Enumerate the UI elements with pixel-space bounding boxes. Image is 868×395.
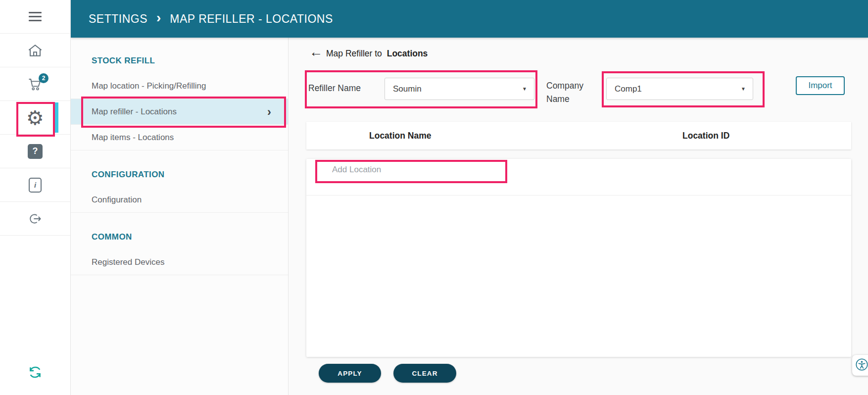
sidebar-item-map-location-picking-refilling[interactable]: Map location - Picking/Refilling: [71, 73, 288, 99]
clear-button[interactable]: CLEAR: [393, 364, 456, 383]
cart-badge: 2: [39, 73, 48, 83]
add-location-row: [306, 159, 851, 196]
back-arrow-button[interactable]: ←: [309, 46, 323, 59]
add-location-input[interactable]: [332, 165, 540, 175]
caret-down-icon: ▼: [522, 86, 527, 92]
sidebar-item-map-items-locations[interactable]: Map items - Locations: [71, 125, 288, 150]
refiller-name-select[interactable]: Soumin ▼: [385, 78, 534, 100]
company-name-select[interactable]: Comp1 ▼: [606, 78, 753, 100]
refiller-name-label: Refiller Name: [308, 83, 361, 94]
info-icon: i: [29, 178, 42, 193]
page-title: Map Refiller to Locations: [326, 49, 428, 59]
breadcrumb-current-page: MAP REFILLER - LOCATIONS: [170, 12, 333, 26]
sidebar-item-label: Registered Devices: [92, 257, 164, 267]
import-button[interactable]: Import: [796, 76, 845, 95]
page-title-prefix: Map Refiller to: [326, 49, 382, 58]
sidenav-section-configuration: CONFIGURATION: [71, 162, 288, 187]
home-icon: [27, 43, 43, 58]
sidebar-item-map-refiller-locations[interactable]: Map refiller - Locations ›: [71, 99, 288, 125]
apply-button[interactable]: APPLY: [319, 364, 381, 383]
sidebar-item-configuration[interactable]: Configuration: [71, 187, 288, 213]
company-name-value: Comp1: [615, 84, 642, 94]
top-header-bar: SETTINGS › MAP REFILLER - LOCATIONS: [71, 0, 868, 38]
sidenav-section-stock-refill: STOCK REFILL: [71, 49, 288, 73]
menu-icon: [29, 12, 42, 21]
sidebar-item-label: Map location - Picking/Refilling: [92, 81, 206, 91]
active-indicator: [54, 102, 58, 133]
column-header-location-id: Location ID: [682, 122, 729, 149]
chevron-right-icon: ›: [267, 106, 271, 118]
help-nav-button[interactable]: ?: [0, 135, 70, 168]
gear-icon: ⚙: [26, 108, 44, 128]
breadcrumb: SETTINGS › MAP REFILLER - LOCATIONS: [89, 12, 333, 26]
refiller-name-value: Soumin: [393, 84, 422, 94]
sidebar-item-label: Map refiller - Locations: [92, 107, 177, 117]
refresh-button[interactable]: [26, 363, 44, 383]
app-window: 2 ⚙ ? i: [0, 0, 868, 395]
accessibility-widget-button[interactable]: [852, 355, 868, 376]
refresh-icon: [26, 374, 44, 383]
sidebar-item-registered-devices[interactable]: Registered Devices: [71, 249, 288, 275]
chevron-right-icon: ›: [156, 11, 161, 25]
logout-nav-button[interactable]: [0, 202, 70, 236]
sidebar-item-label: Map items - Locations: [92, 133, 174, 143]
logout-icon: [28, 211, 43, 226]
help-icon: ?: [28, 144, 43, 159]
main-content: ← Map Refiller to Locations Refiller Nam…: [289, 38, 868, 395]
icon-rail: 2 ⚙ ? i: [0, 0, 71, 395]
locations-card: [306, 159, 851, 357]
locations-table-header: Location Name Location ID: [306, 122, 851, 149]
settings-sidenav: STOCK REFILL Map location - Picking/Refi…: [71, 38, 289, 395]
sidenav-section-common: COMMON: [71, 225, 288, 249]
company-name-label: Company Name: [546, 79, 592, 106]
cart-icon: 2: [28, 77, 43, 91]
orders-nav-button[interactable]: 2: [0, 67, 70, 101]
info-nav-button[interactable]: i: [0, 168, 70, 202]
home-nav-button[interactable]: [0, 34, 70, 67]
sidebar-item-label: Configuration: [92, 195, 142, 205]
settings-nav-button[interactable]: ⚙: [0, 101, 70, 135]
page-title-emphasis: Locations: [387, 49, 428, 58]
caret-down-icon: ▼: [741, 86, 746, 92]
column-header-location-name: Location Name: [369, 122, 431, 149]
accessibility-icon: [855, 358, 868, 373]
menu-button[interactable]: [0, 0, 70, 34]
breadcrumb-settings[interactable]: SETTINGS: [89, 12, 147, 26]
